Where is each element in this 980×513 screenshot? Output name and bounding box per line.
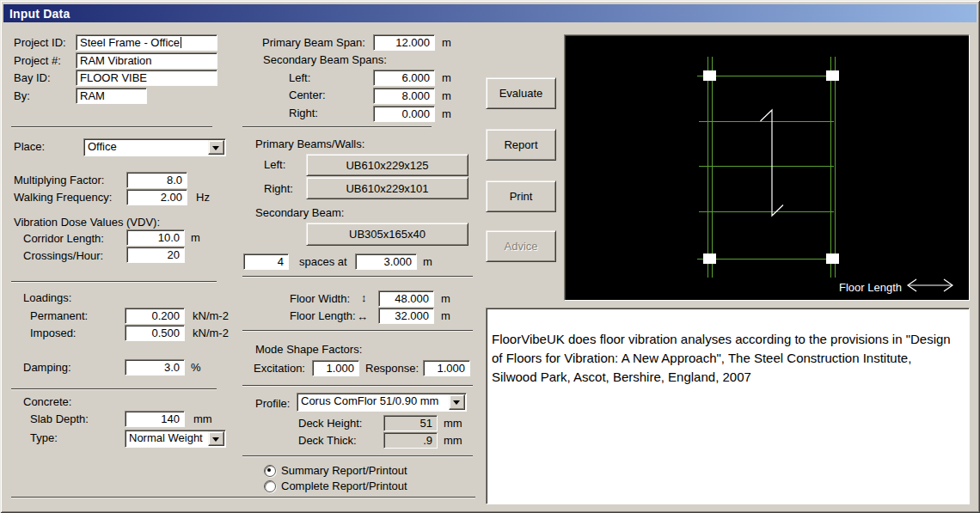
by-input[interactable]: RAM: [76, 88, 147, 104]
secondary-beam-spans-heading: Secondary Beam Spans:: [263, 54, 387, 66]
floor-length-input[interactable]: 32.000: [378, 308, 434, 324]
deck-thick-value: .9: [423, 434, 432, 447]
span-right-label: Right:: [289, 107, 318, 119]
spaces-count-input[interactable]: 4: [243, 253, 289, 270]
horizontal-arrow-icon: ↔: [357, 311, 368, 322]
multiplying-factor-input[interactable]: 8.0: [126, 172, 187, 188]
separator: [242, 330, 473, 332]
primary-beam-left-button[interactable]: UB610x229x125: [306, 154, 469, 176]
unit-label: m: [442, 108, 451, 120]
floor-width-label: Floor Width:: [290, 293, 350, 305]
floor-width-value: 48.000: [395, 292, 429, 305]
span-right-value: 0.000: [401, 107, 430, 120]
complete-report-label: Complete Report/Printout: [281, 480, 407, 492]
place-combobox[interactable]: Office: [83, 138, 226, 156]
secondary-beam-heading: Secondary Beam:: [255, 207, 344, 219]
spacing-input[interactable]: 3.000: [355, 253, 417, 270]
damping-label: Damping:: [23, 362, 71, 374]
permanent-load-value: 0.200: [151, 309, 180, 322]
complete-report-radio[interactable]: [264, 480, 276, 492]
deck-height-input: 51: [383, 415, 438, 431]
primary-beam-right-button[interactable]: UB610x229x101: [306, 177, 469, 199]
span-right-input[interactable]: 0.000: [373, 106, 435, 122]
slab-depth-label: Slab Depth:: [30, 413, 89, 425]
corridor-length-input[interactable]: 10.0: [126, 229, 185, 246]
unit-label: m: [191, 232, 200, 244]
project-num-value: RAM Vibration: [80, 54, 152, 67]
chevron-down-icon[interactable]: [449, 394, 465, 410]
column-markers: [703, 70, 839, 264]
slab-depth-input[interactable]: 140: [125, 411, 185, 427]
multiplying-factor-label: Multiplying Factor:: [14, 174, 104, 186]
deck-height-label: Deck Height:: [298, 418, 362, 430]
deck-thick-label: Deck Thick:: [298, 435, 357, 447]
walking-frequency-label: Walking Frequency:: [14, 192, 112, 204]
span-direction-symbol: [761, 110, 784, 216]
response-value: 1.000: [437, 362, 465, 375]
span-left-label: Left:: [289, 72, 310, 84]
text-caret: [181, 37, 181, 48]
double-arrow-icon: [908, 279, 952, 291]
walking-frequency-input[interactable]: 2.00: [126, 189, 187, 205]
excitation-input[interactable]: 1.000: [312, 360, 359, 376]
crossings-value: 20: [168, 248, 180, 261]
spacing-value: 3.000: [383, 255, 412, 268]
unit-label: mm: [444, 435, 462, 447]
summary-report-label: Summary Report/Printout: [281, 465, 407, 477]
report-button[interactable]: Report: [486, 129, 556, 161]
spaces-at-label: spaces at: [299, 256, 347, 268]
unit-label: m: [423, 256, 432, 268]
imposed-load-input[interactable]: 0.500: [125, 325, 185, 341]
project-num-label: Project #:: [14, 55, 61, 67]
separator: [11, 126, 212, 128]
concrete-type-combobox[interactable]: Normal Weight: [125, 430, 226, 448]
floor-length-label: Floor Length:: [290, 310, 356, 322]
summary-report-radio[interactable]: [264, 465, 276, 477]
deck-thick-input: .9: [383, 432, 438, 449]
bay-id-input[interactable]: FLOOR VIBE: [76, 70, 217, 86]
project-id-input[interactable]: Steel Frame - Office: [76, 34, 217, 51]
secondary-beam-button[interactable]: UB305x165x40: [306, 223, 469, 246]
crossings-input[interactable]: 20: [126, 247, 185, 263]
project-id-label: Project ID:: [14, 37, 66, 49]
span-left-input[interactable]: 6.000: [373, 70, 435, 86]
profile-combobox[interactable]: Corus ComFlor 51/0.90 mm: [297, 393, 467, 412]
chevron-down-icon[interactable]: [208, 431, 224, 446]
permanent-load-input[interactable]: 0.200: [125, 308, 185, 324]
separator: [242, 276, 473, 278]
unit-label: m: [441, 310, 450, 322]
unit-label: m: [442, 90, 451, 102]
primary-beam-span-input[interactable]: 12.000: [373, 34, 435, 51]
project-num-input[interactable]: RAM Vibration: [76, 52, 217, 69]
unit-label: mm: [444, 418, 462, 430]
place-label: Place:: [14, 141, 45, 153]
print-button[interactable]: Print: [486, 180, 556, 212]
vdv-heading: Vibration Dose Values (VDV):: [14, 217, 160, 229]
span-center-input[interactable]: 8.000: [373, 88, 435, 104]
separator: [242, 126, 432, 128]
place-value: Office: [88, 140, 117, 153]
imposed-label: Imposed:: [30, 327, 76, 339]
imposed-load-value: 0.500: [151, 327, 180, 339]
separator: [11, 388, 217, 390]
corridor-length-label: Corridor Length:: [23, 233, 104, 245]
floor-width-input[interactable]: 48.000: [378, 290, 434, 307]
response-input[interactable]: 1.000: [423, 360, 470, 376]
concrete-heading: Concrete:: [23, 396, 71, 408]
deck-height-value: 51: [420, 417, 432, 430]
primary-beams-walls-heading: Primary Beams/Walls:: [255, 138, 364, 150]
title-bar[interactable]: Input Data: [3, 4, 977, 22]
damping-input[interactable]: 3.0: [125, 359, 185, 376]
bay-id-value: FLOOR VIBE: [80, 71, 147, 84]
evaluate-button[interactable]: Evaluate: [486, 77, 556, 109]
chevron-down-icon[interactable]: [208, 140, 224, 155]
bay-id-label: Bay ID:: [14, 72, 51, 84]
primary-beam-span-value: 12.000: [395, 36, 430, 49]
damping-value: 3.0: [164, 361, 180, 374]
beam-left-label: Left:: [264, 159, 285, 171]
unit-label: m: [441, 293, 450, 305]
separator: [242, 455, 473, 457]
mode-shape-heading: Mode Shape Factors:: [255, 344, 362, 356]
excitation-value: 1.000: [326, 362, 354, 375]
multiplying-factor-value: 8.0: [167, 174, 182, 186]
